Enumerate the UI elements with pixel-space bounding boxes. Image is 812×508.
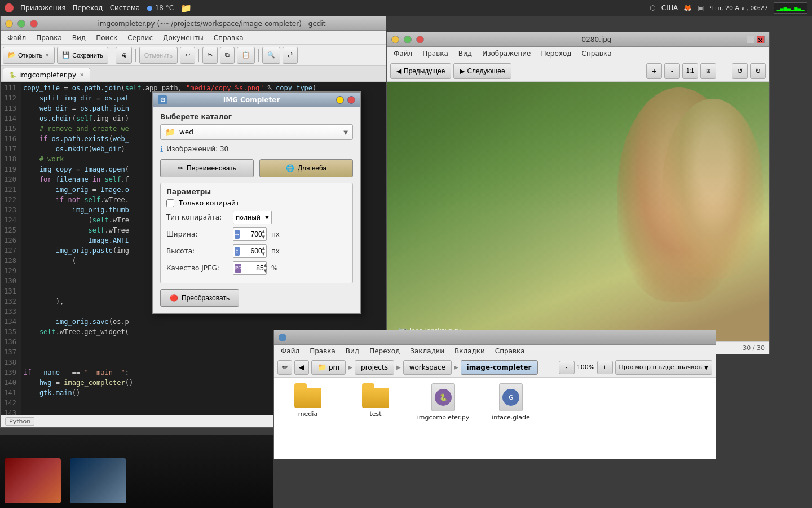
eog-rotate-left-btn[interactable]: ↺ (732, 63, 748, 79)
open-dropdown-arrow[interactable]: ▼ (45, 52, 50, 58)
eog-restore-btn[interactable] (747, 36, 754, 43)
fm-menu-bookmarks[interactable]: Закладки (405, 346, 449, 356)
copyright-checkbox[interactable] (166, 199, 174, 207)
gedit-print-btn[interactable]: 🖨 (116, 47, 132, 64)
height-input[interactable] (241, 247, 262, 255)
eog-prev-btn[interactable]: ◀ Предыдущее (390, 63, 451, 79)
fm-files-area: media test 🐍 imgcompleter.py G inface.gl… (274, 378, 716, 459)
width-up-arrow[interactable]: ▲ (262, 229, 265, 234)
width-down-arrow[interactable]: ▼ (262, 234, 265, 240)
quality-input[interactable] (242, 264, 264, 272)
breadcrumb-workspace[interactable]: workspace (403, 360, 452, 375)
eog-zoom-out-btn[interactable]: - (664, 63, 680, 79)
fm-menu-file[interactable]: Файл (276, 346, 304, 356)
fm-menu-edit[interactable]: Правка (305, 346, 340, 356)
file-item-py[interactable]: 🐍 imgcompleter.py (421, 383, 466, 421)
fm-menu-view[interactable]: Вид (341, 346, 364, 356)
gedit-redo-btn[interactable]: ↩ (180, 47, 195, 64)
gedit-menu-help[interactable]: Справка (209, 33, 248, 43)
folder-value: wed (179, 128, 339, 136)
tab-close-btn[interactable]: ✕ (80, 72, 84, 78)
file-item-glade[interactable]: G inface.glade (488, 383, 533, 421)
eog-close-btn-right[interactable]: ✕ (757, 36, 765, 43)
taskbar-app-applications[interactable]: Приложения (20, 4, 66, 12)
web-btn[interactable]: 🌐 Для веба (259, 159, 353, 177)
rename-btn[interactable]: ✏ Переименовать (160, 159, 254, 177)
quality-down-arrow[interactable]: ▼ (264, 268, 267, 274)
eog-menu-image[interactable]: Изображение (478, 49, 535, 59)
quality-up-arrow[interactable]: ▲ (264, 262, 267, 268)
width-input[interactable] (241, 230, 262, 238)
fm-zoom-in-btn[interactable]: + (597, 361, 613, 374)
eog-menu-go[interactable]: Переход (536, 49, 576, 59)
eog-minimize-btn[interactable] (391, 36, 399, 43)
eog-menu-help[interactable]: Справка (577, 49, 616, 59)
action-buttons-row: ✏ Переименовать 🌐 Для веба (160, 159, 353, 177)
bottom-media-area (0, 435, 273, 508)
folder-dropdown[interactable]: 📁 wed ▼ (160, 124, 353, 140)
paste-icon: 📋 (242, 51, 250, 59)
eog-next-btn[interactable]: ▶ Следующее (453, 63, 511, 79)
lang-label[interactable]: Python (5, 417, 34, 426)
gedit-cut-btn[interactable]: ✂ (202, 47, 218, 64)
toolbar-sep-3 (198, 49, 199, 62)
eog-close-btn[interactable] (416, 36, 424, 43)
fm-edit-btn[interactable]: ✏ (277, 360, 292, 375)
fm-view-select[interactable]: Просмотр в виде значков ▼ (615, 360, 713, 375)
gedit-undo-btn[interactable]: Отменить (139, 47, 178, 64)
eog-zoom-100-btn[interactable]: 1:1 (682, 63, 698, 79)
breadcrumb-image-completer[interactable]: image-completer (461, 360, 538, 375)
gedit-save-btn[interactable]: 💾 Сохранить (57, 47, 108, 64)
file-item-test[interactable]: test (353, 383, 398, 418)
eog-menu-view[interactable]: Вид (454, 49, 476, 59)
file-item-media[interactable]: media (285, 383, 330, 418)
eog-menu-file[interactable]: Файл (389, 49, 417, 59)
replace-icon: ⇄ (288, 51, 293, 59)
gedit-open-btn[interactable]: 📂 Открыть ▼ (3, 47, 55, 64)
gedit-menu-search[interactable]: Поиск (91, 33, 122, 43)
breadcrumb-projects[interactable]: projects (355, 360, 394, 375)
gedit-replace-btn[interactable]: ⇄ (283, 47, 298, 64)
quality-spinbox-icon: JPG (235, 264, 241, 273)
breadcrumb-sep-1: ▶ (348, 364, 352, 370)
gedit-minimize-btn[interactable] (5, 20, 13, 28)
eog-maximize-btn[interactable] (404, 36, 412, 43)
network-icon: ⬡ (650, 4, 655, 12)
fm-menu-go[interactable]: Переход (365, 346, 404, 356)
gedit-menu-tools[interactable]: Сервис (123, 33, 157, 43)
fm-menubar: Файл Правка Вид Переход Закладки Вкладки… (274, 345, 716, 357)
gedit-find-btn[interactable]: 🔍 (262, 47, 280, 64)
gedit-menu-docs[interactable]: Документы (158, 33, 208, 43)
eog-zoom-in-btn[interactable]: + (646, 63, 662, 79)
taskbar-app-system[interactable]: Система (110, 4, 140, 12)
height-down-arrow[interactable]: ▼ (262, 251, 265, 257)
copyright-type-select[interactable]: полный ▼ (233, 211, 272, 224)
convert-icon: 🔴 (170, 294, 178, 302)
eog-zoom-fit-btn[interactable]: ⊞ (700, 63, 716, 79)
eog-image-area[interactable]: 📷 inna-lenskaya.ru (387, 82, 769, 341)
gedit-paste-btn[interactable]: 📋 (237, 47, 255, 64)
gedit-menu-view[interactable]: Вид (68, 33, 90, 43)
gedit-menu-edit[interactable]: Правка (32, 33, 67, 43)
gedit-copy-btn[interactable]: ⧉ (220, 47, 235, 64)
eog-rotate-right-btn[interactable]: ↻ (750, 63, 766, 79)
fm-back-btn[interactable]: ◀ (294, 360, 309, 375)
quality-spinbox[interactable]: JPG ▲ ▼ (233, 261, 267, 275)
fm-menu-tabs[interactable]: Вкладки (450, 346, 489, 356)
gedit-menu-file[interactable]: Файл (3, 33, 30, 43)
height-spinbox[interactable]: ↕ ▲ ▼ (233, 244, 267, 258)
convert-btn[interactable]: 🔴 Преобразовать (160, 289, 239, 307)
fm-zoom-out-btn[interactable]: - (559, 361, 575, 374)
height-up-arrow[interactable]: ▲ (262, 246, 265, 251)
taskbar-right: ⬡ США 🦊 ▣ Чтв, 20 Авг, 00:27 ▁▃▅▃▁▅▃▁ (650, 2, 807, 14)
taskbar-app-go[interactable]: Переход (73, 4, 103, 12)
width-spinbox[interactable]: ↔ ▲ ▼ (233, 227, 267, 241)
eog-menu-edit[interactable]: Правка (418, 49, 453, 59)
tab-imgcompleter[interactable]: 🐍 imgcompleter.py ✕ (3, 68, 90, 81)
gedit-maximize-btn[interactable] (17, 20, 25, 28)
dialog-minimize-btn[interactable] (336, 96, 344, 104)
fm-menu-help[interactable]: Справка (491, 346, 529, 356)
dialog-close-btn[interactable] (347, 96, 355, 104)
breadcrumb-pm[interactable]: 📁 pm (311, 360, 346, 375)
gedit-close-btn[interactable] (30, 20, 38, 28)
